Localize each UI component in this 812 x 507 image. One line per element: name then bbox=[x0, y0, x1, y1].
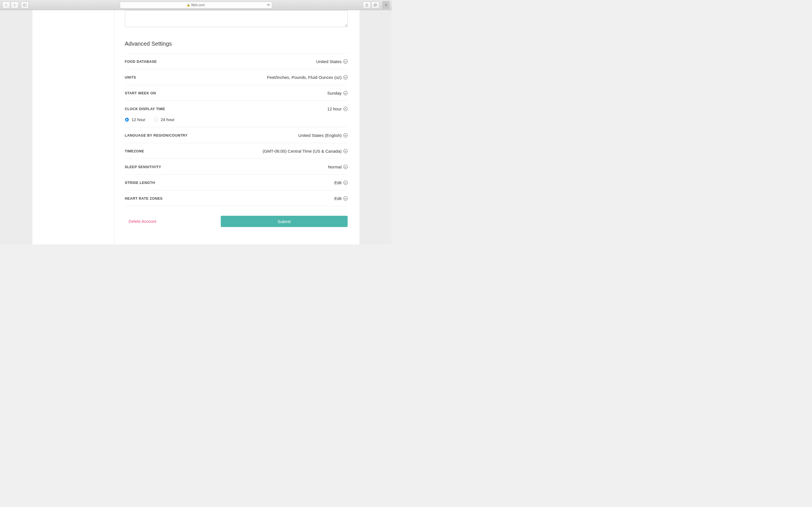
setting-value-stride[interactable]: Edit bbox=[335, 180, 348, 185]
radio-12-hour[interactable]: 12 hour bbox=[125, 117, 146, 122]
radio-dot-icon bbox=[154, 118, 158, 122]
back-button[interactable] bbox=[2, 2, 10, 8]
setting-value-hr-zones[interactable]: Edit bbox=[335, 196, 348, 201]
tabs-button[interactable] bbox=[371, 2, 379, 8]
chevron-down-icon bbox=[343, 133, 348, 137]
submit-button[interactable]: Submit bbox=[221, 216, 348, 227]
chevron-up-icon bbox=[343, 107, 348, 111]
setting-value-text: Sunday bbox=[327, 91, 342, 96]
setting-label: SLEEP SENSITIVITY bbox=[125, 165, 161, 169]
chevron-down-icon bbox=[343, 180, 348, 185]
setting-label: UNITS bbox=[125, 75, 136, 79]
setting-units: UNITS Feet/Inches, Pounds, Fluid Ounces … bbox=[125, 69, 348, 85]
url-bar[interactable]: 🔒 fitbit.com ⟳ bbox=[120, 2, 272, 8]
share-button[interactable] bbox=[363, 2, 371, 8]
setting-value-text: Normal bbox=[328, 165, 342, 169]
svg-rect-4 bbox=[374, 4, 377, 6]
setting-heart-rate-zones: HEART RATE ZONES Edit bbox=[125, 190, 348, 206]
setting-value-clock[interactable]: 12 hour bbox=[327, 107, 348, 111]
new-tab-button[interactable]: + bbox=[383, 1, 389, 9]
reload-icon[interactable]: ⟳ bbox=[267, 3, 270, 7]
setting-label: TIMEZONE bbox=[125, 149, 144, 153]
setting-value-text: United States (English) bbox=[298, 133, 342, 138]
setting-value-start-week[interactable]: Sunday bbox=[327, 91, 348, 96]
chevron-down-icon bbox=[343, 59, 348, 64]
chevron-down-icon bbox=[343, 165, 348, 169]
setting-value-text: United States bbox=[316, 59, 342, 64]
page-background: Advanced Settings FOOD DATABASE United S… bbox=[0, 10, 392, 244]
radio-label: 12 hour bbox=[132, 117, 146, 122]
setting-timezone: TIMEZONE (GMT-06:00) Central Time (US & … bbox=[125, 143, 348, 159]
about-textarea[interactable] bbox=[125, 10, 348, 27]
url-host: fitbit.com bbox=[191, 3, 205, 7]
setting-language: LANGUAGE BY REGION/COUNTRY United States… bbox=[125, 127, 348, 143]
setting-value-text: Edit bbox=[335, 196, 342, 201]
setting-value-language[interactable]: United States (English) bbox=[298, 133, 347, 138]
chevron-down-icon bbox=[343, 196, 348, 201]
setting-clock-display: CLOCK DISPLAY TIME 12 hour 12 hour bbox=[125, 101, 348, 127]
setting-label: HEART RATE ZONES bbox=[125, 196, 163, 201]
radio-dot-icon bbox=[125, 118, 129, 122]
forward-button[interactable] bbox=[11, 2, 18, 8]
content-card: Advanced Settings FOOD DATABASE United S… bbox=[33, 10, 359, 244]
chevron-down-icon bbox=[343, 75, 348, 79]
sidebar-toggle-button[interactable] bbox=[21, 2, 29, 8]
setting-start-week: START WEEK ON Sunday bbox=[125, 85, 348, 101]
setting-label: LANGUAGE BY REGION/COUNTRY bbox=[125, 133, 188, 137]
chevron-down-icon bbox=[343, 91, 348, 95]
setting-value-text: (GMT-06:00) Central Time (US & Canada) bbox=[262, 149, 342, 154]
setting-stride-length: STRIDE LENGTH Edit bbox=[125, 174, 348, 190]
browser-toolbar: 🔒 fitbit.com ⟳ + bbox=[0, 0, 392, 10]
setting-value-text: 12 hour bbox=[327, 107, 342, 111]
setting-value-timezone[interactable]: (GMT-06:00) Central Time (US & Canada) bbox=[262, 149, 347, 154]
setting-value-food-database[interactable]: United States bbox=[316, 59, 347, 64]
setting-label: CLOCK DISPLAY TIME bbox=[125, 107, 165, 111]
setting-label: FOOD DATABASE bbox=[125, 60, 157, 64]
delete-account-link[interactable]: Delete Account bbox=[125, 219, 156, 224]
setting-label: START WEEK ON bbox=[125, 91, 156, 95]
setting-value-sleep[interactable]: Normal bbox=[328, 165, 347, 169]
section-title: Advanced Settings bbox=[125, 41, 348, 47]
setting-value-units[interactable]: Feet/Inches, Pounds, Fluid Ounces (oz) bbox=[267, 75, 347, 80]
footer-actions: Delete Account Submit bbox=[125, 216, 348, 227]
setting-food-database: FOOD DATABASE United States bbox=[125, 53, 348, 69]
setting-sleep-sensitivity: SLEEP SENSITIVITY Normal bbox=[125, 159, 348, 174]
svg-rect-0 bbox=[23, 4, 26, 6]
clock-radio-group: 12 hour 24 hour bbox=[125, 117, 348, 122]
setting-label: STRIDE LENGTH bbox=[125, 181, 155, 185]
radio-label: 24 hour bbox=[161, 117, 174, 122]
setting-value-text: Edit bbox=[335, 180, 342, 185]
svg-rect-3 bbox=[374, 4, 376, 6]
chevron-down-icon bbox=[343, 149, 348, 153]
advanced-settings-list: FOOD DATABASE United States UNITS Feet/I… bbox=[125, 53, 348, 206]
lock-icon: 🔒 bbox=[187, 3, 190, 6]
setting-value-text: Feet/Inches, Pounds, Fluid Ounces (oz) bbox=[267, 75, 342, 80]
radio-24-hour[interactable]: 24 hour bbox=[154, 117, 174, 122]
